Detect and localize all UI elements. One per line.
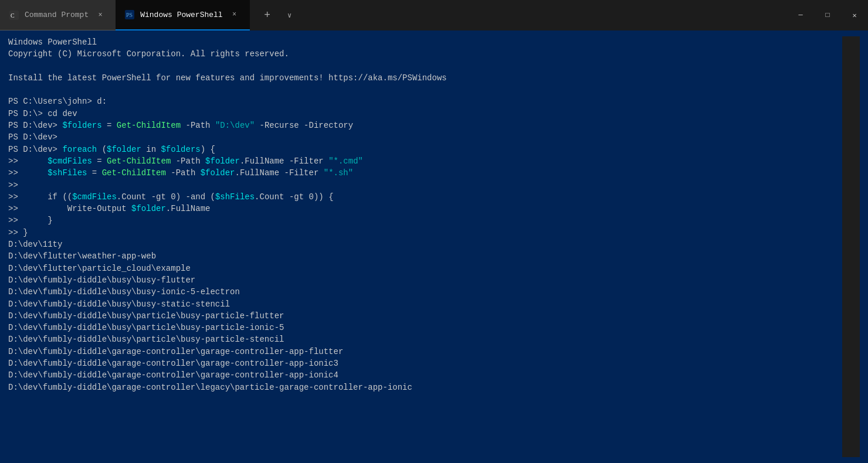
terminal-line: Copyright (C) Microsoft Corporation. All…	[8, 48, 842, 60]
terminal-line: >> Write-Output $folder.FullName	[8, 203, 842, 215]
tab-actions: + ∨	[252, 6, 305, 25]
svg-text:PS: PS	[126, 12, 133, 18]
terminal-line: D:\dev\flutter\weather-app-web	[8, 250, 842, 262]
terminal-line: >> $shFiles = Get-ChildItem -Path $folde…	[8, 167, 842, 179]
tab-cmd-close[interactable]: ×	[94, 9, 106, 21]
terminal-line: D:\dev\fumbly-diddle\busy\particle\busy-…	[8, 333, 842, 345]
terminal-line: PS D:\dev>	[8, 131, 842, 143]
terminal-line: Windows PowerShell	[8, 36, 842, 48]
terminal-line: D:\dev\fumbly-diddle\busy\busy-ionic-5-e…	[8, 286, 842, 298]
terminal-line: PS C:\Users\john> d:	[8, 96, 842, 107]
svg-text:C: C	[11, 12, 15, 19]
tab-ps-label: Windows PowerShell	[140, 11, 222, 19]
add-tab-button[interactable]: +	[258, 6, 277, 25]
terminal-line: >>	[8, 179, 842, 191]
tab-powershell[interactable]: PS Windows PowerShell ×	[116, 0, 249, 30]
maximize-button[interactable]: □	[814, 0, 841, 30]
terminal-line: D:\dev\fumbly-diddle\garage-controller\g…	[8, 358, 842, 369]
terminal-line: D:\dev\fumbly-diddle\garage-controller\l…	[8, 382, 842, 393]
tab-cmd-label: Command Prompt	[25, 11, 89, 19]
terminal-line: D:\dev\fumbly-diddle\garage-controller\g…	[8, 369, 842, 381]
tab-dropdown-button[interactable]: ∨	[280, 6, 299, 25]
terminal-line: PS D:\dev> $folders = Get-ChildItem -Pat…	[8, 120, 842, 131]
terminal-line: D:\dev\fumbly-diddle\garage-controller\g…	[8, 346, 842, 358]
close-button[interactable]: ✕	[841, 0, 868, 30]
terminal-content[interactable]: Windows PowerShellCopyright (C) Microsof…	[8, 36, 842, 457]
terminal-line: >> }	[8, 215, 842, 226]
terminal-line: D:\dev\fumbly-diddle\busy\particle\busy-…	[8, 322, 842, 333]
window-controls: — □ ✕	[787, 0, 868, 30]
terminal-line	[8, 60, 842, 72]
terminal-line: D:\dev\fumbly-diddle\busy\busy-flutter	[8, 274, 842, 286]
terminal-line: D:\dev\fumbly-diddle\busy\particle\busy-…	[8, 310, 842, 322]
terminal-line: >> }	[8, 227, 842, 239]
tab-command-prompt[interactable]: C Command Prompt ×	[0, 0, 116, 30]
terminal-line: Install the latest PowerShell for new fe…	[8, 72, 842, 84]
cmd-icon: C	[9, 11, 19, 20]
minimize-button[interactable]: —	[787, 0, 814, 30]
terminal-line: D:\dev\flutter\particle_cloud\example	[8, 263, 842, 274]
terminal-body: Windows PowerShellCopyright (C) Microsof…	[0, 30, 868, 463]
right-panel	[842, 36, 860, 457]
terminal-line: D:\dev\11ty	[8, 239, 842, 250]
terminal-line: >> $cmdFiles = Get-ChildItem -Path $fold…	[8, 155, 842, 167]
terminal-line: D:\dev\fumbly-diddle\busy\busy-static-st…	[8, 298, 842, 310]
powershell-icon: PS	[125, 10, 134, 19]
tab-ps-close[interactable]: ×	[229, 9, 240, 21]
terminal-line: PS D:\dev> foreach ($folder in $folders)…	[8, 144, 842, 155]
terminal-line	[8, 84, 842, 96]
title-bar: C Command Prompt × PS Windows PowerShell…	[0, 0, 868, 30]
terminal-line: PS D:\> cd dev	[8, 108, 842, 120]
terminal-line: >> if (($cmdFiles.Count -gt 0) -and ($sh…	[8, 191, 842, 203]
right-panel-content	[842, 36, 860, 48]
